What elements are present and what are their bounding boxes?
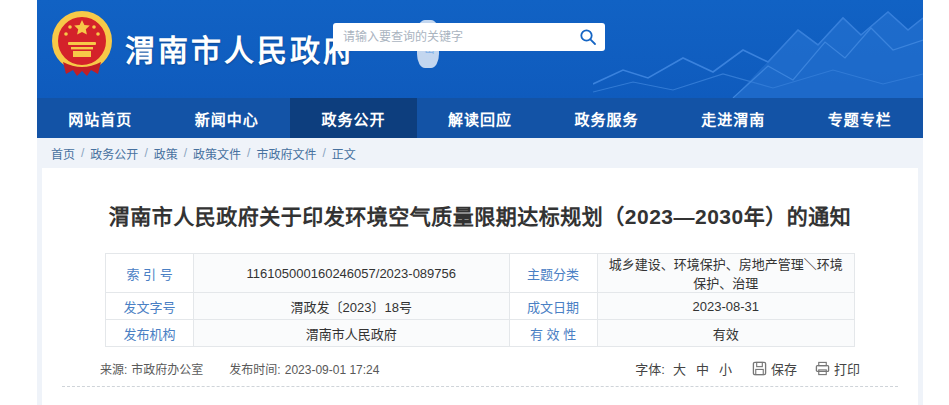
source-label: 来源: xyxy=(100,363,127,377)
nav-item-home[interactable]: 网站首页 xyxy=(37,98,164,138)
nav-item-news[interactable]: 新闻中心 xyxy=(164,98,291,138)
national-emblem-logo xyxy=(49,10,115,80)
page: 华山 渭南市人民政府 xyxy=(0,0,949,405)
table-row: 发布机构 渭南市人民政府 有 效 性 有效 xyxy=(106,320,855,347)
issue-date-label: 成文日期 xyxy=(509,293,597,320)
nav-item-special-topics[interactable]: 专题专栏 xyxy=(796,98,923,138)
dotted-divider xyxy=(62,386,898,387)
article-title: 渭南市人民政府关于印发环境空气质量限期达标规划（2023—2030年）的通知 xyxy=(42,168,918,230)
validity-label: 有 效 性 xyxy=(509,320,597,347)
table-row: 索 引 号 116105000160246057/2023-089756 主题分… xyxy=(106,254,855,293)
save-button[interactable]: 保存 xyxy=(752,359,797,378)
nav-item-about-weinan[interactable]: 走进渭南 xyxy=(670,98,797,138)
font-size-small-button[interactable]: 小 xyxy=(719,359,732,378)
site-container: 华山 渭南市人民政府 xyxy=(37,0,923,405)
search-input[interactable] xyxy=(343,30,579,44)
topic-category-value: 城乡建设、环境保护、房地产管理＼环境保护、治理 xyxy=(597,254,854,293)
article-meta-row: 来源:市政府办公室发布时间:2023-09-01 17:24 字体: 大 中 小 xyxy=(100,358,860,378)
breadcrumb-municipal-docs[interactable]: 市政府文件 xyxy=(256,145,316,162)
nav-item-gov-info[interactable]: 政务公开 xyxy=(290,98,417,138)
breadcrumb-current: 正文 xyxy=(332,145,356,162)
article-card: 渭南市人民政府关于印发环境空气质量限期达标规划（2023—2030年）的通知 索… xyxy=(42,168,918,405)
content-area: 渭南市人民政府关于印发环境空气质量限期达标规划（2023—2030年）的通知 索… xyxy=(37,168,923,405)
source-info: 来源:市政府办公室发布时间:2023-09-01 17:24 xyxy=(100,360,383,377)
issuing-agency-value: 渭南市人民政府 xyxy=(194,320,509,347)
font-size-large-button[interactable]: 大 xyxy=(673,359,686,378)
save-icon xyxy=(752,361,767,376)
breadcrumb-policy-docs[interactable]: 政策文件 xyxy=(193,145,241,162)
mountain-artwork xyxy=(593,0,923,98)
source-value: 市政府办公室 xyxy=(131,363,203,377)
breadcrumb: 首页 / 政务公开 / 政策 / 政策文件 / 市政府文件 / 正文 xyxy=(37,138,923,168)
breadcrumb-separator: / xyxy=(322,146,325,160)
publish-time-label: 发布时间: xyxy=(229,363,280,377)
issue-date-value: 2023-08-31 xyxy=(597,293,854,320)
site-header: 华山 渭南市人民政府 xyxy=(37,0,923,98)
topic-category-label: 主题分类 xyxy=(509,254,597,293)
article-tools: 字体: 大 中 小 保存 xyxy=(635,359,860,378)
doc-number-value: 渭政发〔2023〕18号 xyxy=(194,293,509,320)
info-table: 索 引 号 116105000160246057/2023-089756 主题分… xyxy=(105,253,855,347)
site-title: 渭南市人民政府 xyxy=(125,26,356,70)
search-icon[interactable] xyxy=(579,28,597,46)
breadcrumb-gov-info[interactable]: 政务公开 xyxy=(90,145,138,162)
print-icon xyxy=(815,361,830,376)
breadcrumb-policy[interactable]: 政策 xyxy=(154,145,178,162)
validity-value: 有效 xyxy=(597,320,854,347)
table-row: 发文字号 渭政发〔2023〕18号 成文日期 2023-08-31 xyxy=(106,293,855,320)
font-size-medium-button[interactable]: 中 xyxy=(696,359,709,378)
doc-number-label: 发文字号 xyxy=(106,293,194,320)
nav-item-interpretation[interactable]: 解读回应 xyxy=(417,98,544,138)
search-box xyxy=(333,23,605,51)
publish-time-value: 2023-09-01 17:24 xyxy=(285,363,380,377)
print-label: 打印 xyxy=(834,359,860,378)
breadcrumb-separator: / xyxy=(184,146,187,160)
issuing-agency-label: 发布机构 xyxy=(106,320,194,347)
index-number-label: 索 引 号 xyxy=(106,254,194,293)
breadcrumb-separator: / xyxy=(247,146,250,160)
font-size-label: 字体: xyxy=(635,359,665,378)
breadcrumb-home[interactable]: 首页 xyxy=(51,145,75,162)
nav-item-services[interactable]: 政务服务 xyxy=(543,98,670,138)
breadcrumb-separator: / xyxy=(81,146,84,160)
print-button[interactable]: 打印 xyxy=(815,359,860,378)
save-label: 保存 xyxy=(771,359,797,378)
index-number-value: 116105000160246057/2023-089756 xyxy=(194,254,509,293)
main-nav: 网站首页 新闻中心 政务公开 解读回应 政务服务 走进渭南 专题专栏 xyxy=(37,98,923,138)
breadcrumb-separator: / xyxy=(144,146,147,160)
